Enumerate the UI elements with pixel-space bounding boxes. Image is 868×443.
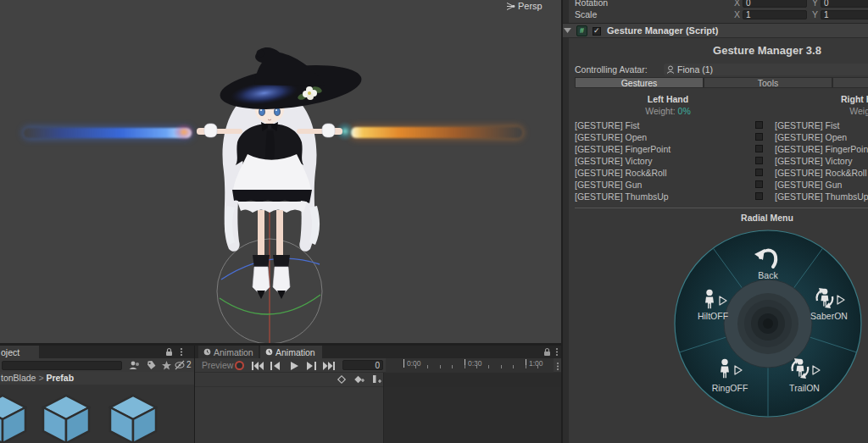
- breadcrumb-current: Prefab: [46, 373, 74, 383]
- breadcrumb-separator: >: [38, 373, 43, 383]
- frame-field[interactable]: [342, 360, 383, 370]
- breadcrumb: tonBlade > Prefab: [1, 373, 74, 384]
- gesture-manager-title: Gesture Manager 3.8: [563, 44, 868, 57]
- gesture-checkbox[interactable]: [755, 145, 763, 152]
- clock-icon: [203, 348, 211, 356]
- scale-x-label: X: [734, 9, 740, 20]
- record-button[interactable]: [235, 361, 244, 370]
- gesture-checkbox[interactable]: [755, 121, 763, 129]
- radial-item-label: Back: [758, 270, 778, 280]
- tab-animation-1[interactable]: Animation: [198, 346, 259, 358]
- prefab-cube-icon[interactable]: [0, 390, 29, 443]
- orange-saber-beam: [351, 127, 522, 138]
- rotation-y-field[interactable]: [821, 0, 868, 8]
- avatar-icon: [666, 65, 675, 74]
- rotation-label: Rotation: [575, 0, 608, 8]
- scene-gizmo-persp[interactable]: Persp: [505, 1, 542, 12]
- rotation-x-label: X: [734, 0, 740, 8]
- scene-viewport[interactable]: Persp: [0, 0, 562, 346]
- gesture-row: [GESTURE] Open: [575, 132, 647, 142]
- component-enabled-checkbox[interactable]: [593, 27, 601, 36]
- star-icon[interactable]: [161, 360, 172, 371]
- ruler-label: 0:30: [468, 359, 482, 368]
- kebab-menu-icon[interactable]: [555, 347, 559, 357]
- prefab-cube-icon[interactable]: [107, 390, 159, 443]
- gesture-row: [GESTURE] Victory: [575, 156, 652, 166]
- ruler-label: 1:00: [529, 359, 543, 368]
- weight-label: Weight:: [645, 106, 675, 116]
- radial-item-label: HiltOFF: [698, 311, 728, 321]
- goto-end-button[interactable]: [323, 362, 335, 370]
- animation-splitter[interactable]: [383, 373, 384, 443]
- project-content[interactable]: [0, 385, 194, 443]
- gesture-row: [GESTURE] FingerPoint: [575, 144, 670, 154]
- right-hand-weight: Weight:: [771, 106, 868, 116]
- prefab-cube-icon[interactable]: [40, 390, 92, 443]
- goto-start-button[interactable]: [252, 362, 264, 370]
- keyframe-diamond-icon[interactable]: [337, 374, 347, 385]
- hidden-count-toggle[interactable]: 2: [175, 359, 192, 370]
- persp-label: Persp: [518, 1, 542, 12]
- blue-saber-beam: [24, 128, 192, 138]
- gesture-checkbox[interactable]: [755, 157, 763, 164]
- kebab-menu-icon[interactable]: [556, 362, 559, 371]
- controlling-avatar-value: Fiona (1): [677, 64, 713, 75]
- weight-value: 0%: [678, 106, 691, 116]
- gesture-row: [GESTURE] ThumbsUp: [775, 191, 868, 202]
- gesture-row: [GESTURE] Gun: [775, 180, 842, 190]
- hidden-count: 2: [186, 359, 192, 370]
- kebab-menu-icon[interactable]: [180, 347, 183, 357]
- gesture-row: [GESTURE] ThumbsUp: [575, 191, 669, 202]
- play-button[interactable]: [289, 362, 298, 370]
- lock-icon[interactable]: [543, 347, 551, 357]
- clock-icon: [265, 348, 273, 356]
- collab-icon[interactable]: [128, 360, 140, 371]
- scale-y-field[interactable]: [821, 10, 868, 19]
- tag-icon[interactable]: [146, 360, 157, 371]
- add-event-button[interactable]: [370, 374, 382, 385]
- animation-property-area[interactable]: [195, 387, 384, 443]
- dopesheet-header: [384, 373, 562, 387]
- radial-menu-wheel[interactable]: Back HiltOFF SaberON RingOFF: [673, 229, 863, 418]
- gesture-row: [GESTURE] Open: [775, 132, 847, 142]
- ruler-major-tick: [403, 359, 404, 368]
- preview-button[interactable]: Preview: [202, 360, 233, 371]
- right-hand-title: Right Hand: [771, 94, 868, 105]
- left-hand-weight: Weight: 0%: [575, 106, 761, 116]
- foldout-arrow-icon[interactable]: [564, 28, 571, 33]
- gesture-checkbox[interactable]: [755, 169, 763, 176]
- script-icon: #: [576, 25, 587, 36]
- tab-gestures[interactable]: Gestures: [575, 77, 704, 88]
- section-divider: [575, 208, 868, 208]
- eye-slash-icon: [175, 359, 186, 370]
- rotation-x-field[interactable]: [743, 0, 807, 8]
- tab-tools[interactable]: Tools: [704, 77, 832, 88]
- scale-y-label: Y: [812, 9, 818, 20]
- lock-icon[interactable]: [165, 347, 173, 357]
- animation-tab-label: Animation: [275, 347, 315, 357]
- avatar-character: [176, 41, 363, 346]
- gesture-checkbox[interactable]: [755, 180, 763, 188]
- gesture-row: [GESTURE] Gun: [575, 180, 642, 190]
- wheel-center-hub[interactable]: [724, 280, 812, 368]
- gesture-checkbox[interactable]: [755, 133, 763, 141]
- prev-key-button[interactable]: [270, 362, 281, 370]
- rotation-y-label: Y: [812, 0, 818, 8]
- gesture-checkbox[interactable]: [755, 192, 763, 200]
- add-keyframe-button[interactable]: [353, 374, 365, 385]
- next-key-button[interactable]: [306, 362, 316, 370]
- controlling-avatar-field[interactable]: Fiona (1): [664, 64, 868, 75]
- radial-item-label: RingOFF: [712, 383, 748, 393]
- animation-tab-label: Animation: [214, 347, 253, 357]
- breadcrumb-parent[interactable]: tonBlade: [1, 373, 36, 383]
- tab-third-clipped[interactable]: [832, 77, 868, 88]
- project-search-input[interactable]: [2, 361, 122, 370]
- scale-x-field[interactable]: [743, 10, 807, 19]
- tab-project[interactable]: oject: [0, 346, 39, 358]
- unity-editor: Persp: [0, 0, 868, 443]
- project-tab-label: oject: [1, 347, 19, 357]
- ruler-label: 0:00: [407, 359, 421, 368]
- dopesheet-area[interactable]: [384, 387, 562, 443]
- radial-item-label: TrailON: [789, 383, 820, 393]
- tab-animation-2[interactable]: Animation: [260, 346, 322, 358]
